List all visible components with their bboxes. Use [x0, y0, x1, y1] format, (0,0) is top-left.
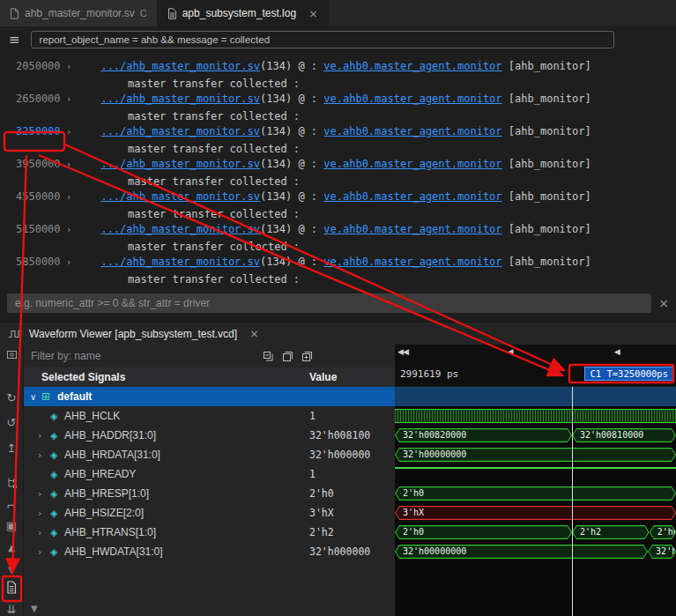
chevron-right-icon[interactable]: › — [67, 61, 71, 72]
waveform-cursor[interactable] — [572, 387, 573, 616]
chevron-right-icon[interactable]: › — [38, 546, 41, 558]
menu-icon[interactable]: ≡ — [9, 32, 20, 48]
tab-ahb-master-monitor-sv[interactable]: ahb_master_monitor.sv C — [0, 0, 158, 26]
record-icon[interactable]: ▣ — [0, 520, 23, 531]
signal-group-default[interactable]: ∨ ⊞ default — [24, 387, 395, 406]
log-tag: [ahb_monitor] — [502, 256, 591, 268]
waveform-canvas[interactable]: 32'h00820000 32'h00810000 32'h00000000 2… — [395, 387, 676, 616]
rewind-marker-icon[interactable]: ◀◀ — [397, 347, 408, 356]
sync-icon[interactable]: ↺ — [0, 417, 23, 428]
new-group-icon[interactable] — [282, 351, 293, 362]
signal-value: 32'h008100 — [309, 429, 370, 442]
log-location: (134) @ : — [260, 93, 323, 105]
chevron-right-icon[interactable]: › — [67, 191, 71, 203]
signal-name: AHB_HADDR[31:0] — [64, 429, 156, 442]
chevron-right-icon[interactable]: › — [67, 224, 71, 235]
signal-row-ahb-haddr[interactable]: › ◈ AHB_HADDR[31:0] 32'h008100 — [24, 426, 395, 445]
refresh-icon[interactable]: ↻ — [0, 392, 23, 404]
wave-row-default[interactable] — [395, 387, 676, 406]
wave-row-ahb-hresp[interactable]: 2'h0 — [395, 484, 676, 503]
chevron-right-icon[interactable]: › — [38, 430, 41, 442]
bus-segment: 32'h00810000 — [572, 428, 676, 442]
close-icon[interactable]: × — [308, 7, 318, 20]
file-link[interactable]: .../ahb_master_monitor.sv — [100, 125, 260, 137]
collapse-all-icon[interactable] — [263, 351, 274, 362]
file-link[interactable]: .../ahb_master_monitor.sv — [100, 256, 260, 268]
scope-link[interactable]: ve.ahb0.master_agent.monitor — [323, 223, 501, 235]
file-icon[interactable] — [0, 581, 23, 596]
file-link[interactable]: .../ahb_master_monitor.sv — [100, 190, 260, 203]
wave-row-ahb-htrans[interactable]: 2'h0 2'h2 2'h0 — [395, 523, 676, 542]
wave-row-ahb-hready[interactable] — [395, 464, 676, 484]
scope-link[interactable]: ve.ahb0.master_agent.monitor — [323, 190, 501, 203]
chevron-right-icon[interactable]: › — [67, 159, 71, 170]
attribute-filter-input[interactable] — [7, 293, 651, 313]
log-timestamp[interactable]: 5850000 — [16, 254, 62, 271]
signal-row-ahb-hresp[interactable]: › ◈ AHB_HRESP[1:0] 2'h0 — [24, 484, 395, 503]
scope-link[interactable]: ve.ahb0.master_agent.monitor — [323, 256, 501, 268]
scroll-top-icon[interactable]: ↥ — [0, 442, 23, 454]
scope-link[interactable]: ve.ahb0.master_agent.monitor — [323, 158, 501, 170]
signal-row-ahb-hrdata[interactable]: › ◈ AHB_HRDATA[31:0] 32'h000000 — [24, 445, 395, 464]
chevron-right-icon[interactable]: › — [67, 126, 71, 137]
scope-link[interactable]: ve.ahb0.master_agent.monitor — [323, 125, 501, 137]
wave-row-ahb-hrdata[interactable]: 32'h00000000 — [395, 445, 676, 464]
signal-row-ahb-hsize[interactable]: › ◈ AHB_HSIZE[2:0] 3'hX — [24, 503, 395, 523]
snapshot-icon[interactable] — [0, 349, 23, 362]
wave-row-ahb-haddr[interactable]: 32'h00820000 32'h00810000 — [395, 426, 676, 445]
file-link[interactable]: .../ahb_master_monitor.sv — [100, 93, 260, 105]
wave-row-ahb-hsize[interactable]: 3'hX — [395, 503, 676, 523]
log-timestamp[interactable]: 4550000 — [16, 189, 62, 205]
log-timestamp[interactable]: 2050000 — [16, 58, 62, 75]
close-icon[interactable]: × — [249, 327, 259, 340]
hierarchy-icon[interactable] — [0, 477, 23, 490]
chevron-down-icon[interactable]: ∨ — [30, 392, 36, 402]
log-timestamp[interactable]: 3950000 — [16, 156, 62, 173]
measure-icon[interactable]: ⌐ — [0, 500, 23, 511]
signal-row-ahb-htrans[interactable]: › ◈ AHB_HTRANS[1:0] 2'h2 — [24, 523, 395, 542]
log-entry: 5150000›.../ahb_master_monitor.sv(134) @… — [16, 221, 676, 254]
chevron-right-icon[interactable]: › — [38, 488, 41, 500]
log-entry: 2050000›.../ahb_master_monitor.sv(134) @… — [16, 58, 676, 91]
bus-segment: 2'h0 — [395, 486, 676, 501]
chevron-right-icon[interactable]: › — [67, 256, 71, 268]
prev-marker-icon[interactable]: ◀ — [614, 347, 620, 356]
chevron-right-icon[interactable]: › — [38, 508, 41, 519]
signal-filter-input[interactable] — [31, 350, 255, 362]
log-filter-chip[interactable]: report_object_name = ahb && message = co… — [31, 31, 614, 48]
scroll-down-icon[interactable]: ▼ — [31, 604, 38, 613]
signal-name: AHB_HCLK — [64, 410, 120, 422]
log-timestamp[interactable]: 5150000 — [16, 221, 62, 238]
move-down-icon[interactable]: ▼ — [0, 566, 23, 575]
file-link[interactable]: .../ahb_master_monitor.sv — [100, 223, 260, 235]
signal-row-ahb-hclk[interactable]: ◈ AHB_HCLK 1 — [24, 406, 395, 426]
panel-title[interactable]: Waveform Viewer [apb_subsystem_test.vcd] — [29, 328, 237, 340]
scope-link[interactable]: ve.ahb0.master_agent.monitor — [323, 93, 501, 105]
tab-apb-subsystem-test-log[interactable]: apb_subsystem_test.log × — [158, 0, 329, 26]
log-message: master transfer collected : — [128, 241, 300, 253]
wave-row-ahb-hwdata[interactable]: 32'h00000000 32'h00 — [395, 542, 676, 561]
log-timestamp[interactable]: 2650000 — [16, 91, 62, 108]
signal-icon: ◈ — [50, 508, 57, 519]
signal-row-ahb-hwdata[interactable]: › ◈ AHB_HWDATA[31:0] 32'h000000 — [24, 542, 395, 561]
clear-filter-icon[interactable]: × — [658, 296, 669, 310]
scope-link[interactable]: ve.ahb0.master_agent.monitor — [323, 60, 501, 72]
signal-value: 2'h0 — [309, 487, 334, 500]
scroll-bottom-icon[interactable]: ⇊ — [0, 604, 23, 615]
prev-marker-icon[interactable]: ◀ — [508, 347, 513, 356]
move-up-icon[interactable]: ▲ — [0, 544, 23, 553]
waveform-pane[interactable]: ◀◀ ◀ ◀ 2991619 ps C1 T=3250000ps 32'h008… — [395, 345, 676, 616]
file-link[interactable]: .../ahb_master_monitor.sv — [100, 158, 260, 170]
chevron-right-icon[interactable]: › — [67, 93, 71, 105]
log-timestamp-selected[interactable]: 3250000 — [16, 123, 62, 140]
chevron-right-icon[interactable]: › — [38, 449, 41, 461]
wave-row-ahb-hclk[interactable] — [395, 406, 676, 426]
signal-row-ahb-hready[interactable]: ◈ AHB_HREADY 1 — [24, 464, 395, 484]
signal-icon: ◈ — [50, 488, 57, 500]
signal-name: AHB_HSIZE[2:0] — [64, 507, 144, 519]
cursor-time-label[interactable]: C1 T=3250000ps — [584, 367, 673, 381]
panel-tab-bar: Waveform Viewer [apb_subsystem_test.vcd]… — [0, 322, 676, 345]
chevron-right-icon[interactable]: › — [38, 527, 41, 538]
copy-group-icon[interactable] — [301, 351, 313, 362]
file-link[interactable]: .../ahb_master_monitor.sv — [100, 60, 260, 72]
